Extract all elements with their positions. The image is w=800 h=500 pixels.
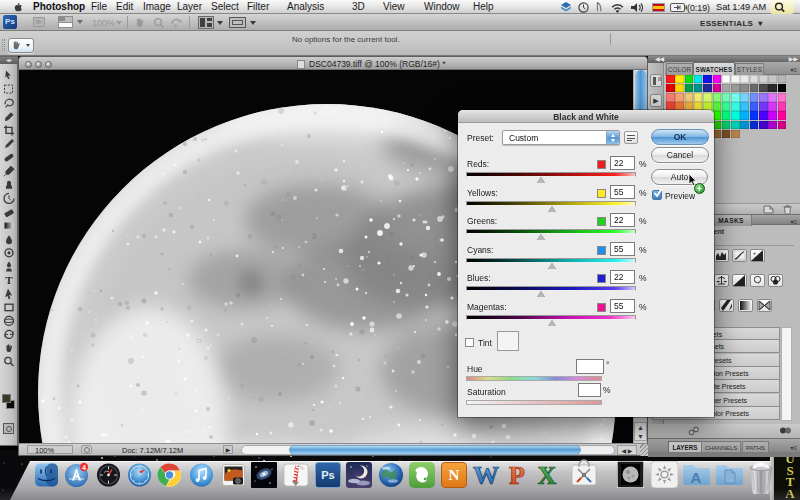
svg-text:A: A — [691, 469, 702, 486]
svg-text:X: X — [538, 461, 557, 488]
svg-text:P: P — [509, 461, 525, 488]
svg-text:+: + — [753, 250, 756, 256]
svg-text:4: 4 — [82, 464, 86, 471]
svg-text:W: W — [473, 461, 499, 488]
svg-text:T: T — [5, 274, 13, 286]
